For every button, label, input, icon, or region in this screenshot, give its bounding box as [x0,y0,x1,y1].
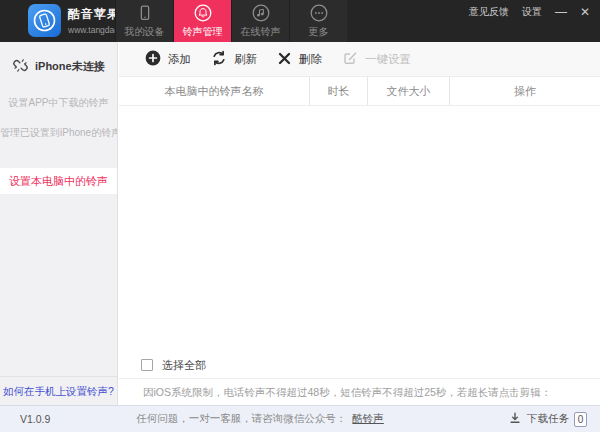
tab-label: 更多 [309,25,329,39]
sidebar-item-local-ringtones[interactable]: 设置本电脑中的铃声 [0,168,117,194]
main-panel: 添加 刷新 删除 [119,42,600,405]
refresh-button[interactable]: 刷新 [211,50,257,68]
phone-icon [135,3,155,23]
download-tasks[interactable]: 下载任务 0 [508,411,587,427]
tab-my-device[interactable]: 我的设备 [115,0,173,42]
app-window: 酷音苹果助手 www.tangdaoya.com 我的设备 [0,0,600,432]
refresh-icon [211,50,227,68]
sidebar-item-iphone-ringtones[interactable]: 管理已设置到iPhone的铃声 [0,126,117,140]
column-header-filesize: 文件大小 [367,77,449,105]
edit-phone-icon [342,50,358,68]
table-body-empty [119,106,600,352]
titlebar: 酷音苹果助手 www.tangdaoya.com 我的设备 [0,0,600,42]
app-logo-icon [28,4,61,37]
close-button[interactable]: ✕ [580,6,590,18]
select-all-row: 选择全部 [119,352,600,378]
tab-label: 在线铃声 [241,25,281,39]
toolbar: 添加 刷新 删除 [119,42,600,77]
select-all-label: 选择全部 [162,358,206,373]
download-tasks-label: 下载任务 [527,412,569,426]
minimize-button[interactable]: — [555,6,567,18]
add-icon [145,50,161,68]
main-tabs: 我的设备 铃声管理 [115,0,347,42]
help-link[interactable]: 如何在手机上设置铃声? [0,376,117,405]
music-icon [251,3,271,23]
add-label: 添加 [168,52,191,67]
feedback-link[interactable]: 意见反馈 [469,5,509,19]
column-header-name: 本电脑中的铃声名称 [119,77,309,105]
download-count-badge: 0 [574,412,587,427]
tab-label: 铃声管理 [183,25,223,39]
tab-online-ringtone[interactable]: 在线铃声 [231,0,289,42]
connection-status: iPhone未连接 [0,42,117,76]
tab-label: 我的设备 [125,25,165,39]
broken-link-icon [12,57,29,76]
add-button[interactable]: 添加 [145,50,191,68]
wechat-account-link[interactable]: 酷铃声 [352,412,384,424]
column-header-actions: 操作 [449,77,600,105]
column-header-duration: 时长 [309,77,367,105]
support-text: 任何问题，一对一客服，请咨询微信公众号：酷铃声 [136,412,384,426]
support-message: 任何问题，一对一客服，请咨询微信公众号： [136,412,346,424]
oneclick-setup-label: 一键设置 [365,52,411,67]
refresh-label: 刷新 [234,52,257,67]
select-all-checkbox[interactable] [141,359,153,371]
delete-icon [277,51,292,68]
ellipsis-icon [309,3,329,23]
sidebar-item-app-ringtones[interactable]: 设置APP中下载的铃声 [0,96,117,110]
connection-status-label: iPhone未连接 [35,59,105,74]
download-icon [508,411,522,427]
window-controls: 意见反馈 设置 — ✕ [469,5,590,19]
delete-button[interactable]: 删除 [277,51,322,68]
tab-ringtone-manage[interactable]: 铃声管理 [173,0,231,42]
ios-limit-notice: 因iOS系统限制，电话铃声不得超过48秒，短信铃声不得超过25秒，若超长请点击剪… [119,378,600,405]
statusbar: V1.0.9 任何问题，一对一客服，请咨询微信公众号：酷铃声 下载任务 0 [0,405,600,432]
delete-label: 删除 [299,52,322,67]
table-header: 本电脑中的铃声名称 时长 文件大小 操作 [119,77,600,106]
tab-more[interactable]: 更多 [289,0,347,42]
bell-icon [193,3,213,23]
version-label: V1.0.9 [20,413,50,425]
settings-link[interactable]: 设置 [522,5,542,19]
sidebar: iPhone未连接 设置APP中下载的铃声 管理已设置到iPhone的铃声 设置… [0,42,118,405]
oneclick-setup-button[interactable]: 一键设置 [342,50,411,68]
